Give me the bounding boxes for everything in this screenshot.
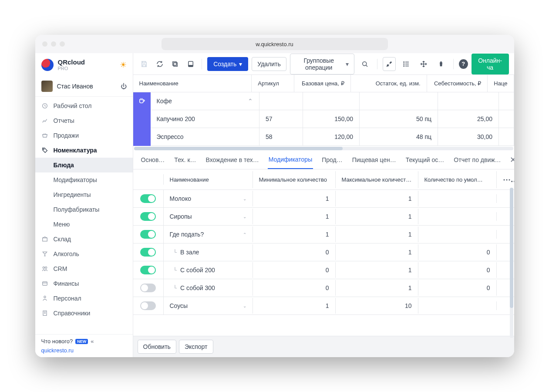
table-row[interactable]: Капучино 200 57 150,00 50 пц 25,00 (151, 110, 514, 128)
tab-modifiers[interactable]: Модификаторы (268, 150, 313, 169)
horizontal-scrollbar[interactable] (134, 147, 513, 150)
delete-button[interactable]: Удалить (252, 57, 286, 71)
sidebar-item-stock[interactable]: Склад (35, 232, 133, 247)
sidebar-subitem-menu[interactable]: Меню (35, 217, 133, 232)
url-bar[interactable]: w.quickresto.ru (162, 38, 388, 50)
list-icon[interactable] (399, 57, 413, 71)
mod-col-min[interactable]: Минимальное количество (253, 171, 336, 188)
chevron-down-icon[interactable]: ⌄ (243, 304, 246, 308)
col-stock[interactable]: Остаток, ед. изм. (350, 75, 427, 92)
modifier-row[interactable]: └В зале010 (133, 243, 514, 261)
col-cost[interactable]: Себестоимость, ₽ (427, 75, 488, 92)
sidebar-item-dashboard[interactable]: Рабочий стол (35, 98, 133, 113)
tab-sales[interactable]: Прод… (321, 150, 344, 169)
cell-name: Капучино 200 (151, 110, 259, 128)
cell-max: 1 (336, 209, 418, 224)
col-sku[interactable]: Артикул (252, 75, 294, 92)
toggle-switch[interactable] (140, 284, 156, 292)
tab-inclusion[interactable]: Вхождение в тех… (205, 150, 260, 169)
sidebar-subitem-semiproducts[interactable]: Полуфабрикаты (35, 202, 133, 217)
power-icon[interactable]: ⏻ (121, 83, 127, 90)
mod-col-max[interactable]: Максимальное количество (336, 171, 418, 188)
toggle-switch[interactable] (140, 194, 156, 203)
sidebar-subitem-dishes[interactable]: Блюда (35, 158, 133, 172)
sidebar-user[interactable]: Стас Иванов ⏻ (35, 76, 133, 97)
save-icon[interactable] (138, 57, 150, 71)
online-chat-button[interactable]: Онлайн-ча (472, 54, 509, 74)
trash-icon[interactable] (434, 57, 448, 71)
sidebar-item-finance[interactable]: Финансы (35, 276, 133, 291)
toggle-switch[interactable] (140, 301, 156, 310)
col-price[interactable]: Базовая цена, ₽ (294, 75, 350, 92)
mod-col-name[interactable]: Наименование (164, 171, 253, 188)
modifier-row[interactable]: Сиропы⌄11 (133, 208, 514, 226)
sidebar-item-label: Склад (54, 236, 71, 243)
tab-current[interactable]: Текущий ос… (405, 150, 445, 169)
chevron-up-icon[interactable]: ⌃ (243, 232, 246, 237)
modifier-row[interactable]: └С собой 300010 (133, 279, 514, 297)
sidebar-subitem-modifiers[interactable]: Модификаторы (35, 172, 133, 187)
tab-general[interactable]: Основ… (140, 150, 166, 169)
tab-movement[interactable]: Отчет по движ… (453, 150, 502, 169)
chevron-down-icon[interactable]: ⌄ (243, 196, 246, 201)
more-columns-icon[interactable]: ⋯ (497, 169, 514, 189)
cell-stock: 50 пц (360, 110, 438, 128)
sidebar: QRcloud PRO ☀ Стас Иванов ⏻ Рабочий стол (35, 53, 133, 357)
site-link[interactable]: quickresto.ru (41, 347, 127, 354)
sidebar-item-nomenclature[interactable]: Номенклатура (35, 143, 133, 158)
new-badge: NEW (75, 339, 88, 344)
modifier-row[interactable]: Где подать?⌃11 (133, 226, 514, 243)
theme-toggle-icon[interactable]: ☀ (120, 60, 127, 70)
export-button[interactable]: Экспорт (179, 340, 213, 354)
refresh-button[interactable]: Обновить (138, 340, 176, 354)
cell-max: 1 (336, 262, 418, 278)
cell-default: 0 (418, 262, 497, 278)
sidebar-item-alcohol[interactable]: Алкоголь (35, 247, 133, 261)
tab-nutrition[interactable]: Пищевая цен… (351, 150, 397, 169)
table-row[interactable]: Эспрессо 58 120,00 48 пц 30,00 (151, 128, 514, 146)
refresh-icon[interactable] (154, 57, 165, 71)
main-content: Создать ▾ Удалить Групповые операции ▾ (133, 53, 514, 357)
tablet-icon[interactable] (185, 57, 196, 71)
traffic-max[interactable] (60, 41, 65, 47)
sidebar-item-staff[interactable]: Персонал (35, 291, 133, 306)
scroll-thumb[interactable] (510, 188, 513, 308)
sidebar-footer: Что нового? NEW « quickresto.ru (35, 334, 133, 357)
tools-icon[interactable] (383, 57, 396, 71)
modifier-row[interactable]: └С собой 200010 (133, 261, 514, 279)
sidebar-item-reports[interactable]: Отчеты (35, 113, 133, 128)
sidebar-item-directories[interactable]: Справочники (35, 306, 133, 321)
collapse-sidebar-icon[interactable]: « (91, 338, 94, 345)
traffic-close[interactable] (42, 41, 47, 47)
help-icon[interactable]: ? (459, 59, 468, 69)
chevron-up-icon[interactable]: ⌃ (248, 98, 253, 105)
group-ops-button[interactable]: Групповые операции ▾ (290, 54, 354, 74)
chevron-down-icon[interactable]: ⌄ (243, 214, 246, 219)
category-strip[interactable] (133, 92, 151, 146)
search-icon[interactable] (358, 57, 372, 71)
col-markup[interactable]: Наце (488, 75, 514, 92)
close-panel-icon[interactable]: ✕ (510, 155, 514, 165)
toggle-switch[interactable] (140, 248, 156, 257)
traffic-min[interactable] (51, 41, 56, 47)
col-name[interactable]: Наименование (133, 75, 252, 92)
modifier-row[interactable]: Соусы⌄110 (133, 297, 514, 315)
sidebar-subitem-ingredients[interactable]: Ингредиенты (35, 187, 133, 202)
tag-icon (41, 147, 48, 154)
move-icon[interactable] (417, 57, 431, 71)
category-row[interactable]: Кофе ⌃ (151, 92, 514, 110)
mod-col-default[interactable]: Количество по умол… (418, 171, 497, 188)
toggle-switch[interactable] (140, 212, 156, 221)
create-button[interactable]: Создать ▾ (207, 57, 248, 71)
toggle-switch[interactable] (140, 266, 156, 274)
group-ops-label: Групповые операции (296, 57, 342, 71)
whats-new[interactable]: Что нового? NEW « (41, 338, 127, 345)
copy-icon[interactable] (169, 57, 181, 71)
tab-techcard[interactable]: Тех. к… (173, 150, 197, 169)
vertical-scrollbar[interactable] (510, 188, 513, 338)
modifier-row[interactable]: Молоко⌄11 (133, 190, 514, 208)
sidebar-item-crm[interactable]: CRM (35, 261, 133, 276)
sidebar-item-sales[interactable]: Продажи (35, 128, 133, 143)
scroll-thumb[interactable] (134, 147, 343, 150)
toggle-switch[interactable] (140, 230, 156, 239)
